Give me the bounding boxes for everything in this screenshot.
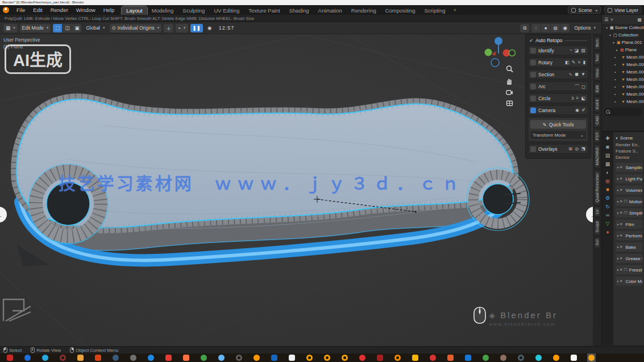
property-field[interactable]: Device — [616, 154, 642, 161]
sidebar-tab[interactable]: LV — [594, 207, 600, 217]
orientation-dropdown[interactable]: Global — [84, 24, 107, 32]
outliner-row[interactable]: • Mesh.006 — [602, 90, 644, 98]
outliner-row[interactable]: ▾ Collection — [602, 31, 644, 39]
material-icon[interactable]: ● — [606, 229, 609, 235]
edge-select-button[interactable]: ◫ — [63, 24, 72, 32]
workspace-tab[interactable]: Compositing — [381, 6, 420, 15]
tool-popover-header[interactable]: ✓ Auto Retopo — [528, 36, 588, 46]
add-workspace-button[interactable]: + — [450, 7, 460, 13]
taskbar-app-icon[interactable] — [552, 353, 560, 362]
tool-popover-row[interactable]: Arc ⌒ ◻ — [528, 81, 588, 91]
modifier-icon[interactable]: ⚙ — [605, 195, 610, 201]
taskbar-app-icon[interactable] — [429, 353, 437, 362]
perspective-toggle-icon[interactable] — [506, 100, 513, 106]
outliner-row[interactable]: • Mesh.002 — [602, 61, 644, 68]
menu-item[interactable]: Render — [47, 5, 72, 15]
sidebar-tab[interactable]: Item — [594, 36, 600, 50]
properties-section-row[interactable]: ▸ Light Paths — [616, 174, 642, 183]
recorder-pause-button[interactable]: ❚❚ — [190, 24, 203, 32]
toggle-icon[interactable] — [530, 60, 536, 65]
face-select-button[interactable]: ▣ — [72, 24, 81, 32]
properties-section-row[interactable]: ▸ ☐ Freestyle — [616, 265, 642, 274]
zoom-icon[interactable] — [506, 65, 513, 73]
render-icon[interactable]: ◙ — [606, 144, 609, 150]
sidebar-tab[interactable]: KeKit — [594, 97, 600, 112]
taskbar-app-icon[interactable] — [252, 353, 261, 362]
outliner-row[interactable]: ▸ Plane — [602, 46, 644, 54]
toggle-icon[interactable] — [530, 72, 536, 77]
taskbar-app-icon[interactable] — [340, 353, 349, 362]
sidebar-tab[interactable]: View — [594, 66, 600, 80]
workspace-tab[interactable]: Texture Paint — [244, 6, 284, 15]
scene-icon[interactable]: ◐ — [606, 170, 609, 175]
add-button[interactable]: ＋ — [164, 24, 173, 32]
outliner-row[interactable]: • Mesh.004 — [602, 76, 644, 83]
workspace-tab[interactable]: Rendering — [347, 6, 381, 15]
workspace-tab[interactable]: Scripting — [420, 6, 450, 15]
row-option-icons[interactable]: ⊞ ◎ ⬔ — [568, 146, 586, 151]
tool-popover-row[interactable]: Camera ◉ ✐ — [528, 105, 588, 115]
physics-icon[interactable]: ↻ — [605, 204, 610, 209]
taskbar-app-icon[interactable] — [6, 353, 14, 362]
taskbar-app-icon[interactable] — [393, 353, 402, 362]
viewport-3d[interactable]: User Perspective (1) Plane — [0, 34, 593, 346]
properties-section-row[interactable]: ▸ Bake — [616, 242, 642, 252]
toggle-icon[interactable] — [530, 146, 536, 152]
section-checkbox[interactable]: ☐ — [624, 268, 628, 272]
taskbar-app-icon[interactable] — [217, 353, 226, 362]
taskbar-app-icon[interactable] — [323, 353, 331, 362]
navigation-gizmo[interactable] — [484, 35, 516, 68]
workspace-tab[interactable]: Modeling — [147, 6, 178, 15]
taskbar-app-icon[interactable] — [200, 353, 208, 362]
taskbar-app-icon[interactable] — [164, 353, 173, 362]
taskbar-app-icon[interactable] — [41, 353, 49, 362]
taskbar-app-icon[interactable] — [270, 353, 279, 362]
taskbar-app-icon[interactable] — [288, 353, 296, 362]
world-icon[interactable]: ◍ — [605, 178, 610, 184]
taskbar-app-icon[interactable] — [129, 353, 138, 362]
view-layer-selector[interactable]: View Layer — [604, 6, 642, 14]
new-collection-icon[interactable]: ▦ — [637, 17, 642, 22]
solid-shading-button[interactable]: ● — [541, 24, 550, 32]
view-layer-icon[interactable]: ▦ — [605, 161, 610, 167]
camera-view-icon[interactable] — [506, 89, 513, 96]
overlays-row[interactable]: Overlays ⊞ ◎ ⬔ — [528, 144, 588, 154]
taskbar-app-icon[interactable] — [570, 353, 578, 362]
wireframe-shading-button[interactable]: ◌ — [531, 24, 541, 32]
xray-toggle[interactable]: ⧉ — [520, 24, 529, 32]
workspace-tab[interactable]: UV Editing — [209, 6, 244, 15]
mode-dropdown[interactable]: Edit Mode — [20, 24, 51, 32]
taskbar-app-icon[interactable] — [481, 353, 490, 362]
section-checkbox[interactable]: ☐ — [624, 199, 628, 204]
outliner-row[interactable]: ▾ Plane.001 — [602, 39, 644, 46]
taskbar-app-icon[interactable] — [305, 353, 314, 362]
sidebar-tab[interactable]: Sol — [594, 237, 600, 248]
taskbar-app-icon[interactable] — [411, 353, 419, 362]
rendered-shading-button[interactable]: ◉ — [560, 24, 570, 32]
magnet-icon[interactable]: ⌁ — [176, 24, 188, 32]
workspace-tab[interactable]: Animation — [314, 6, 347, 15]
sidebar-tab[interactable]: CAD — [594, 113, 600, 127]
taskbar-app-icon[interactable] — [76, 353, 85, 362]
sidebar-tab[interactable]: Quad Remesher — [594, 170, 600, 205]
section-checkbox[interactable]: ☐ — [624, 211, 628, 215]
taskbar-app-icon[interactable] — [464, 353, 472, 362]
filter-icon[interactable]: ▿ — [610, 17, 613, 22]
taskbar-app-icon[interactable] — [587, 353, 596, 362]
taskbar-app-icon[interactable] — [94, 353, 102, 362]
row-option-icons[interactable]: ◔ ◪ ▨ — [570, 48, 586, 53]
output-icon[interactable]: ▤ — [605, 153, 610, 158]
properties-breadcrumb[interactable]: ◐ Scene — [616, 134, 642, 142]
tool-popover-row[interactable]: Circle 3 ≡ ⬕ — [528, 93, 588, 103]
properties-section-row[interactable]: ▸ Performance — [616, 231, 642, 240]
properties-section-row[interactable]: ▸ ☐ Motion Blur — [616, 197, 642, 206]
properties-section-row[interactable]: ▸ Film — [616, 220, 642, 229]
taskbar-app-icon[interactable] — [358, 353, 367, 362]
data-icon[interactable]: ▽ — [606, 221, 610, 227]
menu-item[interactable]: File — [13, 5, 29, 15]
sidebar-tab[interactable]: Sculpt — [594, 219, 600, 235]
taskbar-app-icon[interactable] — [111, 353, 120, 362]
menu-item[interactable]: Help — [99, 5, 119, 15]
properties-section-row[interactable]: ▸ Volumes — [616, 186, 642, 195]
properties-section-row[interactable]: ▸ Sampling — [616, 163, 642, 172]
